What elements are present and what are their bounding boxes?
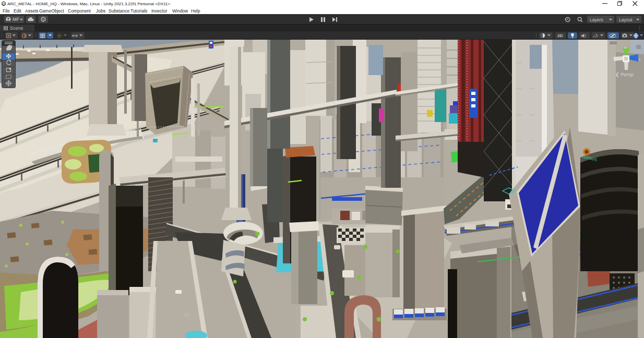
svg-text:Persp: Persp [621,71,634,77]
svg-text:❮: ❮ [615,72,619,78]
svg-text:x: x [639,57,641,61]
